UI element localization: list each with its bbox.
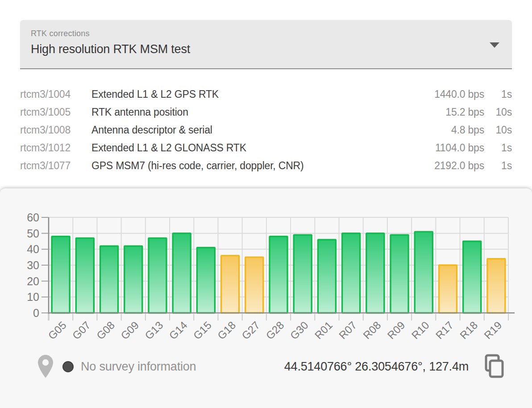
chart-bar-G18 <box>221 256 239 313</box>
x-tick-label: R08 <box>361 319 383 341</box>
x-tick-label: R09 <box>385 319 407 341</box>
x-tick-label: G14 <box>167 319 190 341</box>
chart-bar-G28 <box>270 237 287 313</box>
chart-bar-R17 <box>439 265 457 313</box>
message-interval: 1s <box>484 139 512 157</box>
x-tick-label: G13 <box>142 319 165 341</box>
x-tick-label: G28 <box>263 319 286 341</box>
chart-bar-G15 <box>197 248 215 313</box>
x-tick-label: R01 <box>312 319 335 341</box>
message-row: rtcm3/1012 Extended L1 & L2 GLONASS RTK … <box>20 139 512 157</box>
chart-bar-R07 <box>342 233 360 313</box>
message-id: rtcm3/1004 <box>20 85 88 103</box>
chart-bar-R19 <box>487 259 505 313</box>
message-row: rtcm3/1005 RTK antenna position 15.2 bps… <box>20 103 512 121</box>
chart-bar-G30 <box>294 235 312 313</box>
y-tick-label: 10 <box>27 291 39 303</box>
x-tick-label: G30 <box>288 319 311 341</box>
x-tick-label: R17 <box>433 319 456 341</box>
select-selected-value: High resolution RTK MSM test <box>31 42 190 56</box>
x-tick-label: R19 <box>482 319 504 341</box>
chart-bar-R10 <box>415 232 432 313</box>
message-id: rtcm3/1012 <box>20 139 88 157</box>
message-row: rtcm3/1008 Antenna descriptor & serial 4… <box>20 121 512 139</box>
survey-footer: No survey information 44.5140766° 26.305… <box>37 353 507 380</box>
chart-bar-R18 <box>463 241 481 313</box>
x-tick-label: R10 <box>409 319 432 341</box>
message-bitrate: 1440.0 bps <box>422 85 484 103</box>
x-tick-label: G15 <box>191 319 214 341</box>
survey-status-text: No survey information <box>81 360 196 374</box>
y-tick-label: 0 <box>33 307 39 319</box>
chart-bar-R01 <box>318 240 336 313</box>
chart-bar-G14 <box>173 233 191 313</box>
message-bitrate: 1104.0 bps <box>422 139 484 157</box>
message-name: GPS MSM7 (hi-res code, carrier, doppler,… <box>91 157 422 175</box>
chart-bar-G13 <box>149 238 166 313</box>
message-interval: 10s <box>484 121 512 139</box>
status-dot-icon <box>62 361 74 372</box>
message-bitrate: 4.8 bps <box>422 121 484 139</box>
message-bitrate: 2192.0 bps <box>422 157 484 175</box>
location-pin-icon <box>37 354 54 379</box>
x-tick-label: R18 <box>457 319 480 341</box>
chart-bar-G09 <box>125 246 142 313</box>
satellite-snr-bar-chart: 0102030405060G05G07G08G09G13G14G15G18G27… <box>0 188 532 350</box>
message-interval: 1s <box>484 157 512 175</box>
x-tick-label: G07 <box>70 319 93 341</box>
coordinates-text: 44.5140766° 26.3054676°, 127.4m <box>284 360 469 374</box>
chart-bar-G27 <box>245 257 263 313</box>
rtcm-message-list: rtcm3/1004 Extended L1 & L2 GPS RTK 1440… <box>20 85 512 175</box>
message-name: RTK antenna position <box>91 103 422 121</box>
x-tick-label: G08 <box>94 319 117 341</box>
chart-bar-G08 <box>100 246 118 313</box>
y-tick-label: 20 <box>27 275 39 287</box>
copy-icon <box>481 353 507 380</box>
y-tick-label: 40 <box>27 243 39 255</box>
chart-bar-R09 <box>391 235 408 313</box>
message-id: rtcm3/1008 <box>20 121 88 139</box>
x-tick-label: G09 <box>118 319 141 341</box>
chevron-down-icon[interactable] <box>490 42 499 48</box>
message-name: Extended L1 & L2 GPS RTK <box>91 85 422 103</box>
message-row: rtcm3/1004 Extended L1 & L2 GPS RTK 1440… <box>20 85 512 103</box>
chart-bar-G07 <box>76 238 94 313</box>
x-tick-label: G18 <box>215 319 238 341</box>
message-bitrate: 15.2 bps <box>422 103 484 121</box>
y-tick-label: 60 <box>27 211 39 224</box>
x-tick-label: G05 <box>46 319 68 341</box>
copy-coordinates-button[interactable] <box>481 353 507 380</box>
x-tick-label: R07 <box>337 319 359 341</box>
message-interval: 10s <box>484 103 512 121</box>
snr-chart-card: 0102030405060G05G07G08G09G13G14G15G18G27… <box>0 188 532 408</box>
message-row: rtcm3/1077 GPS MSM7 (hi-res code, carrie… <box>20 157 512 175</box>
select-label: RTK corrections <box>31 29 90 38</box>
message-name: Antenna descriptor & serial <box>91 121 422 139</box>
x-tick-label: G27 <box>239 319 262 341</box>
y-tick-label: 30 <box>27 259 39 271</box>
message-id: rtcm3/1005 <box>20 103 88 121</box>
message-name: Extended L1 & L2 GLONASS RTK <box>91 139 422 157</box>
message-id: rtcm3/1077 <box>20 157 88 175</box>
message-interval: 1s <box>484 85 512 103</box>
y-tick-label: 50 <box>27 227 39 240</box>
chart-bar-G05 <box>52 237 70 313</box>
chart-bar-R08 <box>366 233 384 313</box>
rtk-corrections-select[interactable]: RTK corrections High resolution RTK MSM … <box>20 20 512 69</box>
